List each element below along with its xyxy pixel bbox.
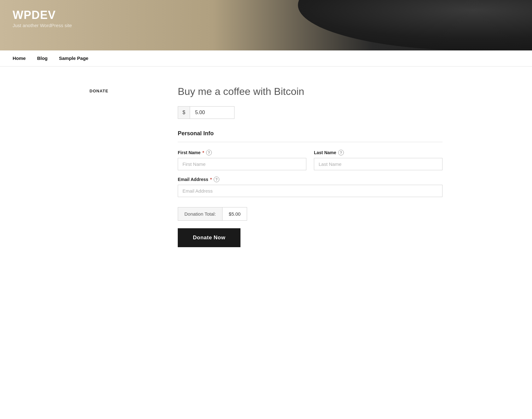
email-label: Email Address * ? [178,177,442,182]
nav-item-home[interactable]: Home [13,55,26,61]
donation-total-wrapper: Donation Total: $5.00 [178,207,247,221]
sidebar-donate-label: DONATE [90,89,153,93]
personal-info-section-title: Personal Info [178,130,442,142]
sidebar: DONATE [90,85,153,247]
last-name-group: Last Name ? [314,150,442,170]
first-name-required: * [202,150,204,155]
amount-input[interactable] [190,107,234,119]
donation-total-label: Donation Total: [178,207,223,220]
site-branding: WPDEV Just another WordPress site [13,9,72,28]
site-navigation: Home Blog Sample Page [0,50,532,67]
amount-wrapper: $ [178,106,234,119]
nav-item-sample-page[interactable]: Sample Page [59,55,88,61]
nav-link-home[interactable]: Home [13,55,26,61]
last-name-input[interactable] [314,158,442,170]
nav-list: Home Blog Sample Page [13,50,519,66]
donate-now-button[interactable]: Donate Now [178,228,240,247]
last-name-label: Last Name ? [314,150,442,155]
first-name-help-icon[interactable]: ? [206,150,212,155]
name-row: First Name * ? Last Name ? [178,150,442,170]
currency-symbol: $ [178,107,190,119]
nav-link-blog[interactable]: Blog [37,55,48,61]
nav-link-sample-page[interactable]: Sample Page [59,55,88,61]
email-input[interactable] [178,185,442,197]
email-row: Email Address * ? [178,177,442,197]
first-name-input[interactable] [178,158,306,170]
donation-total-value: $5.00 [223,207,247,220]
first-name-label: First Name * ? [178,150,306,155]
last-name-help-icon[interactable]: ? [338,150,344,155]
site-description: Just another WordPress site [13,23,72,28]
email-help-icon[interactable]: ? [214,177,219,182]
form-title: Buy me a coffee with Bitcoin [178,85,442,97]
donation-form-area: Buy me a coffee with Bitcoin $ Personal … [178,85,442,247]
site-title: WPDEV [13,9,72,21]
main-content: DONATE Buy me a coffee with Bitcoin $ Pe… [77,67,455,272]
email-required: * [210,177,212,182]
email-group: Email Address * ? [178,177,442,197]
first-name-group: First Name * ? [178,150,306,170]
site-header: WPDEV Just another WordPress site [0,0,532,50]
nav-item-blog[interactable]: Blog [37,55,48,61]
